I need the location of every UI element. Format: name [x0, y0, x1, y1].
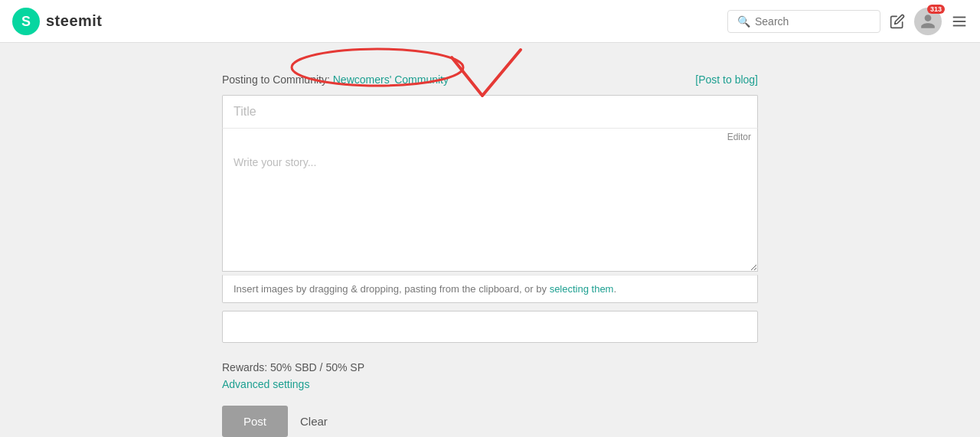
image-insert-row: Insert images by dragging & dropping, pa…: [222, 275, 758, 303]
edit-icon-button[interactable]: [890, 14, 905, 29]
editor-container: Posting to Community: Newcomers' Communi…: [222, 73, 758, 437]
svg-text:S: S: [21, 14, 31, 29]
tags-row[interactable]: [222, 311, 758, 343]
logo-area: S steemit: [12, 8, 103, 35]
hamburger-icon: [951, 13, 968, 30]
advanced-settings-link[interactable]: Advanced settings: [222, 378, 758, 390]
image-insert-punctuation: .: [613, 283, 616, 295]
title-input[interactable]: [222, 95, 758, 128]
main-content: Posting to Community: Newcomers' Communi…: [0, 43, 980, 437]
pencil-icon: [890, 14, 905, 29]
avatar-button[interactable]: 313: [914, 8, 942, 35]
posting-to-row: Posting to Community: Newcomers' Communi…: [222, 73, 758, 86]
logo-text: steemit: [46, 12, 103, 30]
svg-rect-3: [953, 21, 966, 22]
steemit-logo-icon: S: [12, 8, 40, 35]
rewards-row: Rewards: 50% SBD / 50% SP Advanced setti…: [222, 361, 758, 390]
header-right: 🔍 313: [727, 8, 968, 35]
page-wrapper: S steemit 🔍 313: [0, 0, 980, 437]
search-input[interactable]: [755, 15, 871, 28]
story-textarea[interactable]: [222, 145, 758, 272]
rewards-text: Rewards: 50% SBD / 50% SP: [222, 361, 364, 373]
posting-to-text: Posting to Community: Newcomers' Communi…: [222, 73, 449, 86]
community-link[interactable]: Newcomers' Community: [333, 73, 449, 86]
search-icon: 🔍: [737, 15, 750, 28]
user-icon: [920, 13, 936, 30]
header: S steemit 🔍 313: [0, 0, 980, 43]
editor-tab-row: Editor: [222, 128, 758, 145]
clear-button[interactable]: Clear: [300, 415, 328, 428]
posting-prefix: Posting to Community:: [222, 73, 333, 86]
post-to-blog-link[interactable]: [Post to blog]: [695, 73, 758, 86]
svg-rect-2: [953, 16, 966, 18]
post-button[interactable]: Post: [222, 406, 288, 437]
selecting-them-link[interactable]: selecting them: [550, 283, 614, 295]
svg-rect-4: [953, 24, 966, 26]
buttons-row: Post Clear: [222, 406, 758, 437]
editor-tab[interactable]: Editor: [727, 132, 751, 142]
hamburger-button[interactable]: [951, 13, 968, 30]
image-insert-text: Insert images by dragging & dropping, pa…: [234, 283, 550, 295]
search-box[interactable]: 🔍: [727, 10, 880, 33]
notification-badge: 313: [927, 5, 945, 14]
